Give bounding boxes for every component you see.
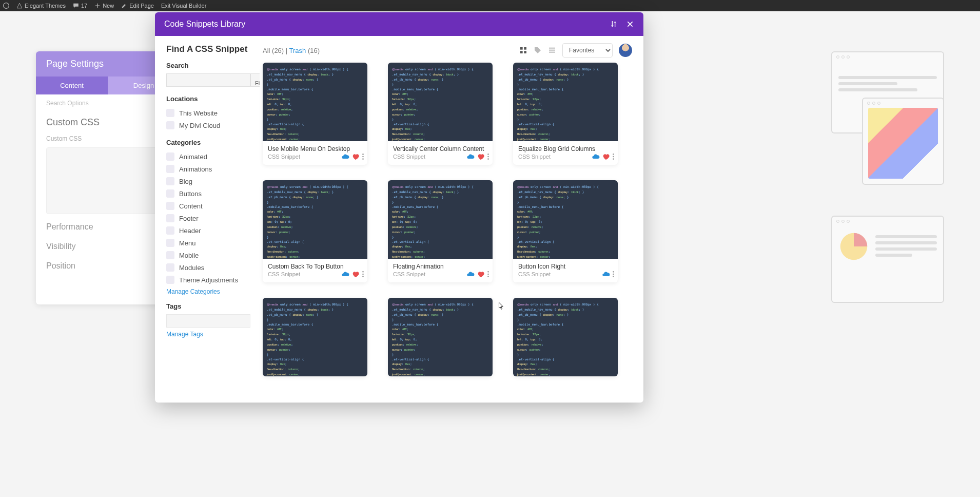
checkbox-icon[interactable] [166,189,174,198]
checkbox-icon[interactable] [166,177,174,185]
sort-select[interactable]: Favorites [562,43,613,58]
snippet-card[interactable]: @media only screen and ( min-width:980px… [513,298,618,376]
svg-point-24 [613,271,614,273]
category-item[interactable]: Buttons [166,187,250,200]
wp-exit-vb[interactable]: Exit Visual Builder [161,3,206,9]
cloud-icon[interactable] [341,152,349,161]
category-item[interactable]: Menu [166,237,250,249]
heart-icon[interactable] [351,152,360,161]
more-icon[interactable] [612,270,615,278]
snippet-card[interactable]: @media only screen and ( min-width:980px… [513,180,618,282]
checkbox-icon[interactable] [166,276,174,284]
cloud-icon[interactable] [466,152,475,161]
grid-view-icon[interactable] [519,46,527,54]
category-item[interactable]: Blog [166,175,250,187]
svg-point-13 [487,156,489,158]
snippet-card[interactable]: @media only screen and ( min-width:980px… [263,180,367,282]
checkbox-icon[interactable] [166,121,174,129]
count-trash[interactable]: Trash [289,47,306,54]
heart-icon[interactable] [477,152,485,161]
tags-input[interactable] [166,314,250,328]
snippet-card[interactable]: @media only screen and ( min-width:980px… [263,63,367,165]
close-icon[interactable] [626,20,634,28]
svg-point-9 [362,154,364,155]
svg-point-26 [613,276,614,277]
snippet-card[interactable]: @media only screen and ( min-width:980px… [513,63,618,165]
sort-icon[interactable] [610,20,618,28]
location-item[interactable]: This Website [166,107,250,119]
checkbox-icon[interactable] [166,165,174,173]
cloud-icon[interactable] [466,270,475,278]
category-item[interactable]: Header [166,224,250,237]
cloud-icon[interactable] [341,270,349,278]
category-label: Buttons [179,190,202,198]
checkbox-icon[interactable] [166,214,174,222]
snippet-title: Vertically Center Column Content [393,145,487,152]
wp-logo[interactable] [3,3,9,9]
snippet-card[interactable]: @media only screen and ( min-width:980px… [388,298,493,376]
wp-edit-page[interactable]: Edit Page [121,3,154,9]
more-icon[interactable] [487,152,489,161]
snippet-title: Button Icon Right [518,263,613,270]
svg-rect-7 [549,50,555,51]
category-label: Animations [179,165,212,173]
search-label: Search [166,62,250,69]
cloud-icon[interactable] [592,152,600,161]
list-view-icon[interactable] [548,46,556,54]
snippet-title: Custom Back To Top Button [268,263,362,270]
snippet-preview: @media only screen and ( min-width:980px… [388,180,493,259]
category-item[interactable]: Theme Adjustments [166,274,250,286]
category-label: Footer [179,215,199,222]
avatar[interactable] [619,44,632,57]
category-label: Blog [179,178,192,185]
category-item[interactable]: Animated [166,150,250,163]
checkbox-icon[interactable] [166,202,174,210]
filter-button[interactable]: + Filter [250,73,260,87]
location-item[interactable]: My Divi Cloud [166,119,250,131]
wp-new[interactable]: New [94,3,114,9]
snippet-preview: @media only screen and ( min-width:980px… [388,298,493,376]
category-item[interactable]: Animations [166,163,250,175]
code-snippets-modal: Code Snippets Library Find A CSS Snippet… [155,12,643,403]
more-icon[interactable] [362,152,364,161]
background-illustration [831,51,965,411]
snippet-title: Floating Animation [393,263,487,270]
snippet-card[interactable]: @media only screen and ( min-width:980px… [263,298,367,376]
snippet-preview: @media only screen and ( min-width:980px… [513,298,618,376]
more-icon[interactable] [612,152,615,161]
checkbox-icon[interactable] [166,263,174,272]
manage-categories-link[interactable]: Manage Categories [166,288,220,295]
more-icon[interactable] [362,270,364,278]
tab-content[interactable]: Content [36,77,108,94]
checkbox-icon[interactable] [166,152,174,161]
category-label: Header [179,227,201,235]
wp-comments[interactable]: 17 [73,3,87,9]
snippets-grid: @media only screen and ( min-width:980px… [263,63,634,376]
manage-tags-link[interactable]: Manage Tags [166,331,203,338]
category-item[interactable]: Content [166,200,250,212]
checkbox-icon[interactable] [166,226,174,235]
modal-title: Code Snippets Library [164,20,245,29]
checkbox-icon[interactable] [166,251,174,259]
svg-point-20 [362,276,364,277]
checkbox-icon[interactable] [166,109,174,117]
checkbox-icon[interactable] [166,239,174,247]
cloud-icon[interactable] [602,270,610,278]
svg-rect-4 [520,51,523,53]
search-input[interactable] [166,73,250,87]
svg-point-16 [613,156,614,158]
tag-view-icon[interactable] [534,46,542,54]
heart-icon[interactable] [477,270,485,278]
more-icon[interactable] [487,270,489,278]
heart-icon[interactable] [351,270,360,278]
snippet-card[interactable]: @media only screen and ( min-width:980px… [388,180,493,282]
category-item[interactable]: Mobile [166,249,250,261]
category-item[interactable]: Modules [166,261,250,274]
svg-point-11 [362,158,364,160]
wp-site-name[interactable]: Elegant Themes [16,3,66,9]
svg-point-12 [487,154,489,155]
category-item[interactable]: Footer [166,212,250,224]
count-all[interactable]: All (26) [263,47,284,54]
snippet-card[interactable]: @media only screen and ( min-width:980px… [388,63,493,165]
heart-icon[interactable] [602,152,610,161]
